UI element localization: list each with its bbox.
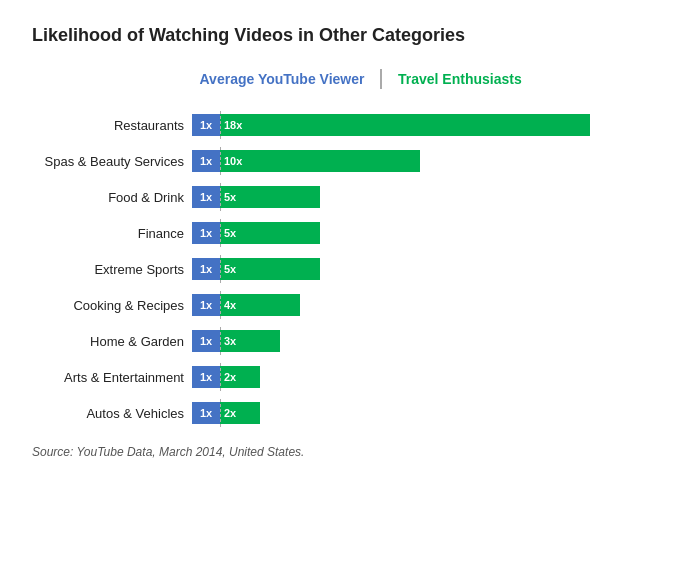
bar-travel: 10x [220,150,420,172]
legend-avg-label: Average YouTube Viewer [192,71,372,87]
dashed-divider [220,183,221,211]
chart-row: Arts & Entertainment1x2x [32,359,654,395]
row-label: Restaurants [32,118,192,133]
bars-container: 1x5x [192,183,654,211]
row-label: Food & Drink [32,190,192,205]
chart-row: Autos & Vehicles1x2x [32,395,654,431]
chart-row: Food & Drink1x5x [32,179,654,215]
bar-avg: 1x [192,114,220,136]
bars-container: 1x3x [192,327,654,355]
dashed-divider [220,363,221,391]
dashed-divider [220,255,221,283]
legend-divider [380,69,382,89]
legend: Average YouTube Viewer Travel Enthusiast… [32,69,654,89]
bar-travel: 5x [220,222,320,244]
bars-container: 1x18x [192,111,654,139]
bar-travel: 3x [220,330,280,352]
bar-avg: 1x [192,366,220,388]
chart-row: Home & Garden1x3x [32,323,654,359]
row-label: Arts & Entertainment [32,370,192,385]
chart-row: Spas & Beauty Services1x10x [32,143,654,179]
row-label: Spas & Beauty Services [32,154,192,169]
bars-container: 1x5x [192,219,654,247]
bar-travel: 18x [220,114,590,136]
bar-travel: 5x [220,258,320,280]
chart-area: Restaurants1x18xSpas & Beauty Services1x… [32,107,654,431]
bar-avg: 1x [192,222,220,244]
row-label: Cooking & Recipes [32,298,192,313]
dashed-divider [220,219,221,247]
bar-avg: 1x [192,258,220,280]
bar-travel: 2x [220,402,260,424]
row-label: Home & Garden [32,334,192,349]
legend-travel-label: Travel Enthusiasts [398,71,522,87]
dashed-divider [220,111,221,139]
dashed-divider [220,327,221,355]
bar-avg: 1x [192,294,220,316]
bar-avg: 1x [192,402,220,424]
chart-row: Restaurants1x18x [32,107,654,143]
chart-row: Extreme Sports1x5x [32,251,654,287]
dashed-divider [220,399,221,427]
chart-row: Finance1x5x [32,215,654,251]
dashed-divider [220,147,221,175]
bar-avg: 1x [192,330,220,352]
bar-travel: 4x [220,294,300,316]
chart-row: Cooking & Recipes1x4x [32,287,654,323]
bar-travel: 5x [220,186,320,208]
bar-travel: 2x [220,366,260,388]
bars-container: 1x2x [192,399,654,427]
row-label: Finance [32,226,192,241]
row-label: Extreme Sports [32,262,192,277]
bars-container: 1x10x [192,147,654,175]
bars-container: 1x5x [192,255,654,283]
source-label: Source: YouTube Data, March 2014, United… [32,445,654,459]
bars-container: 1x4x [192,291,654,319]
row-label: Autos & Vehicles [32,406,192,421]
bars-container: 1x2x [192,363,654,391]
bar-avg: 1x [192,186,220,208]
chart-title: Likelihood of Watching Videos in Other C… [32,24,654,47]
dashed-divider [220,291,221,319]
bar-avg: 1x [192,150,220,172]
